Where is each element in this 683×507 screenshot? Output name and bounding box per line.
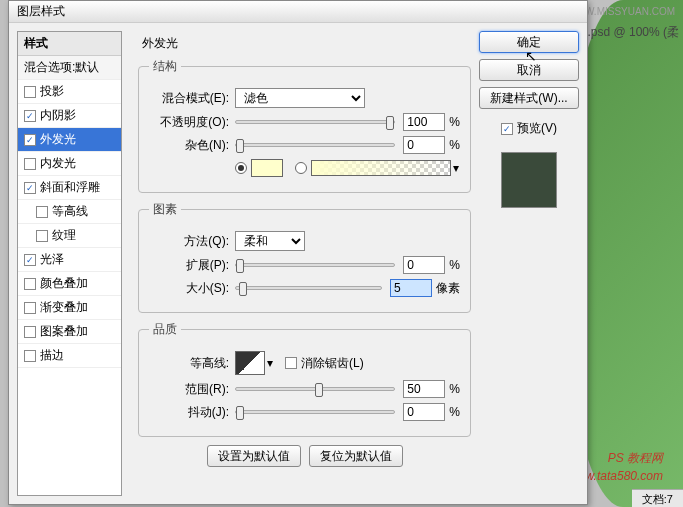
technique-label: 方法(Q):: [149, 233, 229, 250]
size-unit: 像素: [436, 280, 460, 297]
quality-group: 品质 等高线: ▾ 消除锯齿(L) 范围(R): % 抖动(J):: [138, 321, 471, 437]
sidebar-item-投影[interactable]: 投影: [18, 80, 121, 104]
blend-options-default[interactable]: 混合选项:默认: [18, 56, 121, 80]
bg-doc-title: ce.psd @ 100% (柔: [575, 24, 679, 41]
dialog-titlebar[interactable]: 图层样式: [9, 1, 587, 23]
style-checkbox[interactable]: [24, 158, 36, 170]
footer-brand: PS 教程网: [608, 450, 663, 467]
sidebar-item-颜色叠加[interactable]: 颜色叠加: [18, 272, 121, 296]
sidebar-item-外发光[interactable]: ✓外发光: [18, 128, 121, 152]
preview-label: 预览(V): [517, 120, 557, 137]
jitter-input[interactable]: [403, 403, 445, 421]
quality-legend: 品质: [149, 321, 181, 338]
glow-gradient-picker[interactable]: [311, 160, 451, 176]
blend-mode-label: 混合模式(E):: [149, 90, 229, 107]
style-checkbox[interactable]: ✓: [24, 254, 36, 266]
sidebar-item-label: 内阴影: [40, 107, 76, 124]
color-radio[interactable]: [235, 162, 247, 174]
panel-title: 外发光: [142, 35, 471, 52]
structure-legend: 结构: [149, 58, 181, 75]
technique-select[interactable]: 柔和: [235, 231, 305, 251]
style-checkbox[interactable]: [36, 206, 48, 218]
sidebar-item-label: 斜面和浮雕: [40, 179, 100, 196]
spread-input[interactable]: [403, 256, 445, 274]
style-checkbox[interactable]: ✓: [24, 134, 36, 146]
contour-label: 等高线:: [149, 355, 229, 372]
range-input[interactable]: [403, 380, 445, 398]
jitter-slider[interactable]: [235, 410, 395, 414]
contour-dropdown-icon[interactable]: ▾: [267, 356, 273, 370]
sidebar-item-渐变叠加[interactable]: 渐变叠加: [18, 296, 121, 320]
sidebar-item-光泽[interactable]: ✓光泽: [18, 248, 121, 272]
sidebar-item-label: 光泽: [40, 251, 64, 268]
set-default-button[interactable]: 设置为默认值: [207, 445, 301, 467]
sidebar-item-图案叠加[interactable]: 图案叠加: [18, 320, 121, 344]
spread-unit: %: [449, 258, 460, 272]
sidebar-item-纹理[interactable]: 纹理: [18, 224, 121, 248]
antialias-label: 消除锯齿(L): [301, 355, 364, 372]
element-legend: 图素: [149, 201, 181, 218]
structure-group: 结构 混合模式(E): 滤色 不透明度(O): % 杂色(N): %: [138, 58, 471, 193]
dialog-title: 图层样式: [17, 3, 65, 20]
blend-mode-select[interactable]: 滤色: [235, 88, 365, 108]
element-group: 图素 方法(Q): 柔和 扩展(P): % 大小(S): 像素: [138, 201, 471, 313]
sidebar-item-内阴影[interactable]: ✓内阴影: [18, 104, 121, 128]
style-checkbox[interactable]: ✓: [24, 110, 36, 122]
style-checkbox[interactable]: [24, 86, 36, 98]
range-label: 范围(R):: [149, 381, 229, 398]
noise-label: 杂色(N):: [149, 137, 229, 154]
range-unit: %: [449, 382, 460, 396]
preview-checkbox[interactable]: ✓: [501, 123, 513, 135]
style-checkbox[interactable]: [24, 278, 36, 290]
range-slider[interactable]: [235, 387, 395, 391]
sidebar-item-label: 描边: [40, 347, 64, 364]
new-style-button[interactable]: 新建样式(W)...: [479, 87, 579, 109]
noise-input[interactable]: [403, 136, 445, 154]
spread-label: 扩展(P):: [149, 257, 229, 274]
noise-unit: %: [449, 138, 460, 152]
antialias-checkbox[interactable]: [285, 357, 297, 369]
sidebar-item-label: 颜色叠加: [40, 275, 88, 292]
style-checkbox[interactable]: [24, 350, 36, 362]
gradient-radio[interactable]: [295, 162, 307, 174]
sidebar-item-等高线[interactable]: 等高线: [18, 200, 121, 224]
opacity-slider[interactable]: [235, 120, 395, 124]
layer-style-dialog: 图层样式 样式 混合选项:默认 投影✓内阴影✓外发光内发光✓斜面和浮雕等高线纹理…: [8, 0, 588, 505]
main-panel: 外发光 结构 混合模式(E): 滤色 不透明度(O): % 杂色(N):: [130, 31, 479, 496]
size-slider[interactable]: [235, 286, 382, 290]
size-label: 大小(S):: [149, 280, 229, 297]
right-column: 确定 取消 新建样式(W)... ✓ 预览(V): [479, 31, 579, 496]
spread-slider[interactable]: [235, 263, 395, 267]
opacity-input[interactable]: [403, 113, 445, 131]
preview-swatch: [501, 152, 557, 208]
opacity-unit: %: [449, 115, 460, 129]
ok-button[interactable]: 确定: [479, 31, 579, 53]
style-checkbox[interactable]: [24, 302, 36, 314]
sidebar-item-label: 图案叠加: [40, 323, 88, 340]
style-checkbox[interactable]: ✓: [24, 182, 36, 194]
size-input[interactable]: [390, 279, 432, 297]
sidebar-item-内发光[interactable]: 内发光: [18, 152, 121, 176]
jitter-unit: %: [449, 405, 460, 419]
status-bar: 文档:7: [632, 489, 683, 507]
jitter-label: 抖动(J):: [149, 404, 229, 421]
sidebar-item-斜面和浮雕[interactable]: ✓斜面和浮雕: [18, 176, 121, 200]
sidebar-item-label: 纹理: [52, 227, 76, 244]
sidebar-item-label: 等高线: [52, 203, 88, 220]
sidebar-item-描边[interactable]: 描边: [18, 344, 121, 368]
opacity-label: 不透明度(O):: [149, 114, 229, 131]
sidebar-item-label: 投影: [40, 83, 64, 100]
gradient-dropdown-icon[interactable]: ▾: [453, 161, 459, 175]
sidebar-item-label: 外发光: [40, 131, 76, 148]
contour-picker[interactable]: [235, 351, 265, 375]
style-checkbox[interactable]: [24, 326, 36, 338]
style-checkbox[interactable]: [36, 230, 48, 242]
sidebar-item-label: 渐变叠加: [40, 299, 88, 316]
sidebar-item-label: 内发光: [40, 155, 76, 172]
cancel-button[interactable]: 取消: [479, 59, 579, 81]
styles-sidebar: 样式 混合选项:默认 投影✓内阴影✓外发光内发光✓斜面和浮雕等高线纹理✓光泽颜色…: [17, 31, 122, 496]
sidebar-header[interactable]: 样式: [18, 32, 121, 56]
reset-default-button[interactable]: 复位为默认值: [309, 445, 403, 467]
glow-color-swatch[interactable]: [251, 159, 283, 177]
noise-slider[interactable]: [235, 143, 395, 147]
